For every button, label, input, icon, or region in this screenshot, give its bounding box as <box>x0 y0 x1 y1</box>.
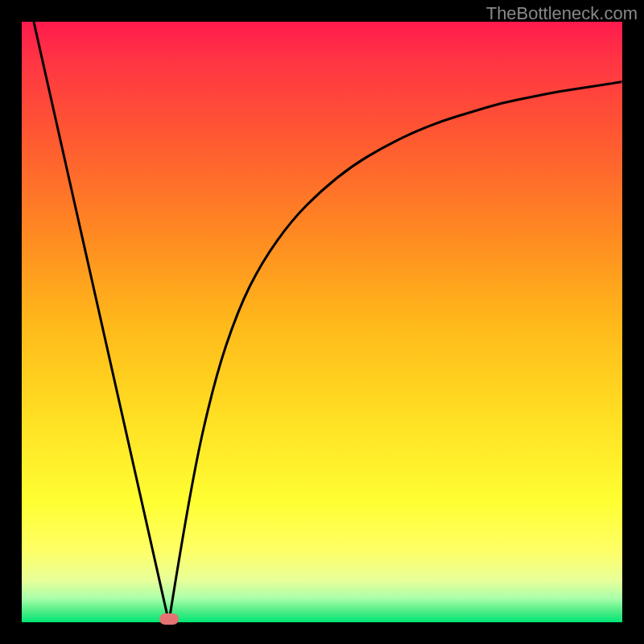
left-branch-line <box>34 22 169 622</box>
min-marker <box>159 613 179 625</box>
right-branch-line <box>169 82 622 622</box>
watermark-text: TheBottleneck.com <box>486 3 638 24</box>
chart-container: TheBottleneck.com <box>0 0 644 644</box>
curve-svg <box>22 22 622 622</box>
